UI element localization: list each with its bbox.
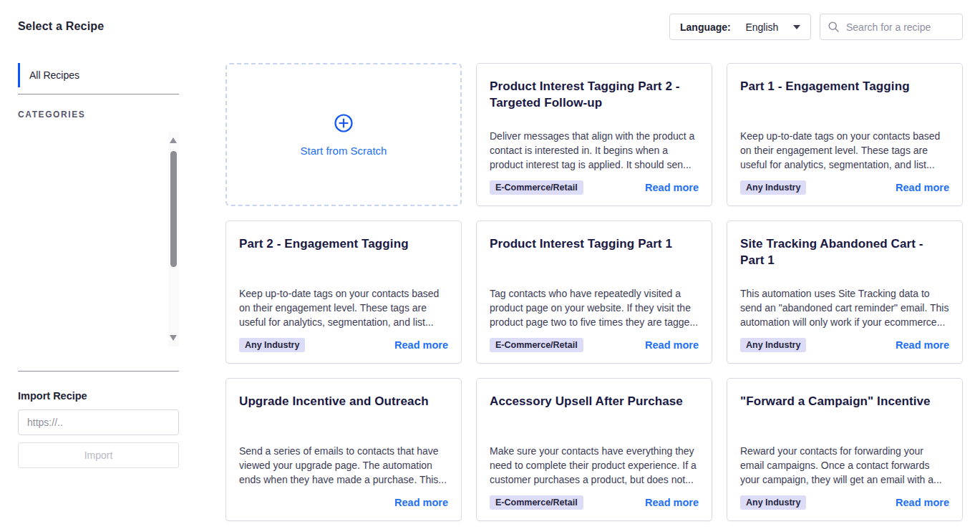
- recipe-card-title: Accessory Upsell After Purchase: [490, 393, 699, 409]
- recipe-card[interactable]: Part 1 - Engagement Tagging Keep up-to-d…: [727, 63, 963, 206]
- read-more-link[interactable]: Read more: [394, 497, 448, 508]
- recipe-card[interactable]: Accessory Upsell After Purchase Make sur…: [476, 378, 712, 521]
- recipe-card[interactable]: Upgrade Incentive and Outreach Send a se…: [225, 378, 462, 521]
- recipe-card-title: Upgrade Incentive and Outreach: [239, 393, 448, 409]
- sidebar-divider: [18, 371, 179, 372]
- scroll-up-icon[interactable]: [170, 137, 177, 143]
- plus-circle-icon: [334, 113, 354, 133]
- recipe-card[interactable]: Site Tracking Abandoned Cart - Part 1 Th…: [727, 220, 963, 364]
- recipe-card-description: Reward your contacts for forwarding your…: [740, 444, 949, 487]
- recipe-card-description: Deliver messages that align with the pro…: [490, 129, 699, 172]
- recipe-card-description: This automation uses Site Tracking data …: [740, 286, 949, 329]
- language-select[interactable]: Language: English: [669, 14, 811, 40]
- industry-badge: Any Industry: [740, 180, 806, 195]
- recipe-card-footer: E-Commerce/Retail Read more: [490, 179, 699, 195]
- recipe-card[interactable]: "Forward a Campaign" Incentive Reward yo…: [727, 378, 963, 521]
- page-title: Select a Recipe: [18, 20, 104, 33]
- recipe-card-title: Product Interest Tagging Part 2 - Target…: [490, 78, 699, 111]
- recipe-card-title: Part 1 - Engagement Tagging: [740, 78, 949, 94]
- industry-badge: Any Industry: [239, 338, 305, 352]
- search-input[interactable]: [845, 21, 954, 34]
- read-more-link[interactable]: Read more: [896, 339, 949, 351]
- all-recipes-label: All Recipes: [29, 69, 79, 81]
- recipe-card-title: Product Interest Tagging Part 1: [490, 236, 699, 252]
- industry-badge: E-Commerce/Retail: [490, 180, 583, 195]
- recipe-card-description: Keep up-to-date tags on your contacts ba…: [239, 286, 448, 329]
- import-recipe-label: Import Recipe: [18, 390, 179, 402]
- sidebar-divider: [18, 94, 179, 94]
- recipe-card-description: Send a series of emails to contacts that…: [239, 444, 448, 487]
- read-more-link[interactable]: Read more: [645, 497, 699, 508]
- language-label: Language:: [680, 21, 731, 33]
- import-button[interactable]: Import: [18, 442, 179, 468]
- read-more-link[interactable]: Read more: [896, 182, 949, 193]
- scrollbar-thumb[interactable]: [170, 151, 177, 267]
- categories-heading: CATEGORIES: [18, 110, 179, 120]
- read-more-link[interactable]: Read more: [645, 182, 699, 193]
- start-from-scratch-card[interactable]: Start from Scratch: [225, 63, 462, 206]
- recipe-card-description: Tag contacts who have repeatedly visited…: [490, 286, 699, 329]
- recipe-card[interactable]: Part 2 - Engagement Tagging Keep up-to-d…: [225, 220, 462, 364]
- sidebar: All Recipes CATEGORIES Import Recipe Imp…: [18, 63, 179, 468]
- recipe-card[interactable]: Product Interest Tagging Part 1 Tag cont…: [476, 220, 712, 364]
- recipe-card-title: Part 2 - Engagement Tagging: [239, 236, 448, 252]
- categories-scrollbar[interactable]: [168, 132, 179, 346]
- recipe-card-description: Keep up-to-date tags on your contacts ba…: [740, 129, 949, 172]
- chevron-down-icon: [793, 25, 800, 29]
- scroll-down-icon[interactable]: [170, 335, 177, 341]
- recipe-card-title: "Forward a Campaign" Incentive: [740, 393, 949, 409]
- recipe-card-footer: Read more: [239, 494, 448, 510]
- industry-badge: E-Commerce/Retail: [490, 338, 583, 352]
- recipe-card-footer: E-Commerce/Retail Read more: [490, 336, 699, 353]
- sidebar-item-all-recipes[interactable]: All Recipes: [18, 63, 179, 87]
- industry-badge: Any Industry: [740, 338, 806, 352]
- recipe-card[interactable]: Product Interest Tagging Part 2 - Target…: [476, 63, 712, 206]
- recipe-card-footer: E-Commerce/Retail Read more: [490, 494, 699, 510]
- recipe-card-footer: Any Industry Read more: [239, 336, 448, 353]
- header-controls: Language: English: [669, 14, 963, 40]
- read-more-link[interactable]: Read more: [645, 339, 699, 351]
- recipe-card-title: Site Tracking Abandoned Cart - Part 1: [740, 236, 949, 268]
- industry-badge: E-Commerce/Retail: [490, 495, 583, 510]
- language-value: English: [745, 21, 778, 33]
- search-box: [820, 14, 963, 40]
- recipe-card-footer: Any Industry Read more: [740, 336, 949, 353]
- start-from-scratch-label: Start from Scratch: [301, 145, 387, 157]
- read-more-link[interactable]: Read more: [896, 497, 949, 508]
- categories-list: [18, 129, 179, 347]
- recipe-grid: Start from Scratch Product Interest Tagg…: [225, 63, 963, 521]
- recipe-card-footer: Any Industry Read more: [740, 179, 949, 195]
- search-icon: [828, 21, 839, 32]
- recipe-card-footer: Any Industry Read more: [740, 494, 949, 510]
- read-more-link[interactable]: Read more: [394, 339, 448, 351]
- recipe-card-description: Make sure your contacts have everything …: [490, 444, 699, 487]
- industry-badge: Any Industry: [740, 495, 806, 510]
- import-url-input[interactable]: [18, 409, 179, 435]
